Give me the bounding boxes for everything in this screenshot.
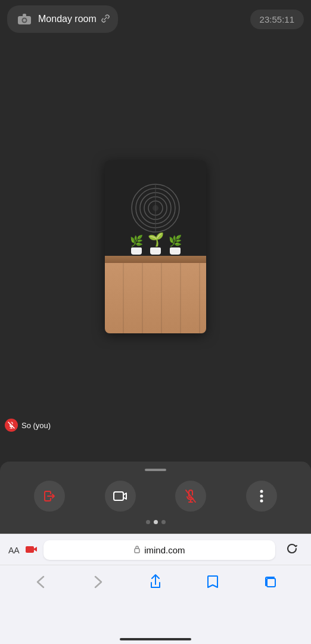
mic-off-badge bbox=[5, 419, 18, 432]
home-indicator bbox=[120, 638, 191, 640]
url-text: imind.com bbox=[144, 545, 185, 555]
dot-2 bbox=[154, 520, 158, 524]
browser-camera-icon bbox=[26, 544, 38, 556]
aa-label: AA bbox=[8, 546, 20, 555]
room-name-label: Monday room bbox=[38, 14, 97, 24]
svg-rect-20 bbox=[135, 549, 139, 553]
camera-icon bbox=[15, 10, 33, 28]
aa-button[interactable]: AA bbox=[8, 546, 20, 555]
back-button[interactable] bbox=[27, 569, 54, 595]
time-display: 23:55:11 bbox=[250, 10, 304, 29]
mute-button[interactable] bbox=[175, 481, 206, 512]
svg-point-17 bbox=[260, 495, 263, 498]
room-wall: 🌿 🌱 🌿 bbox=[105, 160, 206, 256]
camera-toggle-button[interactable] bbox=[105, 481, 136, 512]
more-options-button[interactable] bbox=[246, 481, 277, 512]
top-bar: Monday room 23:55:11 bbox=[0, 0, 311, 38]
svg-rect-3 bbox=[23, 14, 26, 17]
main-area: 🌿 🌱 🌿 bbox=[0, 38, 311, 456]
lock-icon bbox=[133, 545, 141, 555]
forward-button[interactable] bbox=[85, 569, 111, 595]
room-floor bbox=[105, 263, 206, 334]
link-icon bbox=[101, 14, 110, 24]
video-feed: 🌿 🌱 🌿 bbox=[105, 160, 206, 333]
svg-rect-14 bbox=[114, 492, 123, 500]
bookmarks-button[interactable] bbox=[200, 569, 226, 595]
safari-nav bbox=[0, 565, 311, 597]
leave-button[interactable] bbox=[34, 481, 65, 512]
page-dots bbox=[0, 520, 311, 524]
svg-rect-19 bbox=[26, 546, 34, 553]
user-name-label: So (you) bbox=[21, 421, 51, 430]
wooden-shelf bbox=[105, 256, 206, 263]
svg-point-2 bbox=[23, 19, 26, 22]
user-label: So (you) bbox=[5, 419, 51, 432]
dot-1 bbox=[146, 520, 150, 524]
toolbar-row bbox=[0, 481, 311, 512]
drag-handle[interactable] bbox=[145, 469, 166, 471]
plant-right: 🌿 bbox=[169, 234, 182, 255]
tabs-button[interactable] bbox=[257, 569, 284, 595]
svg-point-16 bbox=[260, 490, 263, 493]
svg-rect-21 bbox=[267, 578, 275, 587]
spiral-art bbox=[129, 181, 182, 235]
refresh-button[interactable] bbox=[281, 540, 303, 560]
dot-3 bbox=[161, 520, 166, 524]
url-bar[interactable]: imind.com bbox=[43, 540, 275, 560]
share-button[interactable] bbox=[142, 569, 169, 595]
plants-shelf: 🌿 🌱 🌿 bbox=[105, 232, 206, 256]
room-info[interactable]: Monday room bbox=[7, 5, 118, 33]
browser-bar: AA imind.com bbox=[0, 534, 311, 644]
plant-left: 🌿 bbox=[130, 234, 143, 255]
toolbar-panel bbox=[0, 462, 311, 534]
svg-point-18 bbox=[260, 500, 263, 503]
url-bar-row: AA imind.com bbox=[0, 534, 311, 565]
plant-center: 🌱 bbox=[148, 232, 164, 255]
